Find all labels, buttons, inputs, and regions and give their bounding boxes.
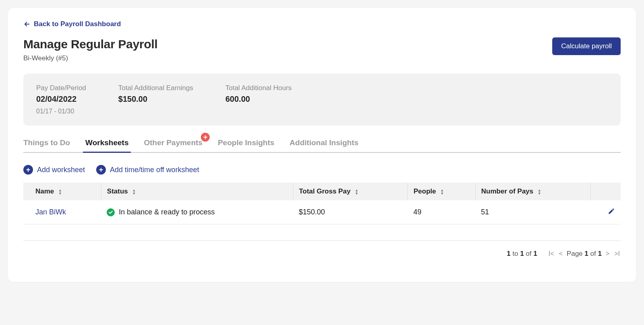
page-first-button[interactable]: I< [548,250,555,257]
add-time-worksheet-button[interactable]: + Add time/time off worksheet [96,165,199,175]
tab-additional-insights[interactable]: Additional Insights [290,135,359,152]
tab-label: Other Payments [144,138,202,147]
tab-worksheets[interactable]: Worksheets [85,135,128,152]
edit-icon[interactable] [608,208,615,216]
col-label: Total Gross Pay [299,187,351,195]
summary-hours: Total Additional Hours 600.00 [225,84,291,115]
summary-value: 02/04/2022 [36,95,86,104]
tab-things-to-do[interactable]: Things to Do [23,135,70,152]
summary-range: 01/17 - 01/30 [36,108,86,115]
table-row: Jan BiWk In balance & ready to process $… [23,200,621,224]
plus-circle-icon: + [96,165,106,175]
summary-label: Total Additional Hours [225,84,291,92]
worksheet-gross: $150.00 [293,200,408,224]
col-label: Status [107,187,128,195]
sort-icon: ▲▼ [538,189,541,195]
pg-page-word: Page [567,250,584,257]
col-gross[interactable]: Total Gross Pay ▲▼ [293,183,408,200]
pg-total: 1 [533,250,537,257]
col-label: People [413,187,436,195]
summary-pay-date: Pay Date/Period 02/04/2022 01/17 - 01/30 [36,84,86,115]
status-text: In balance & ready to process [119,208,215,216]
page-subtitle: Bi-Weekly (#5) [23,54,158,62]
plus-circle-icon: + [23,165,33,175]
page-title: Manage Regular Payroll [23,37,158,51]
pg-to-word: to [511,250,520,257]
summary-box: Pay Date/Period 02/04/2022 01/17 - 01/30… [23,74,621,125]
add-worksheet-button[interactable]: + Add worksheet [23,165,85,175]
actions-row: + Add worksheet + Add time/time off work… [23,165,621,175]
worksheet-num-pays: 51 [475,200,591,224]
tab-other-payments[interactable]: Other Payments + [144,135,202,152]
col-label: Number of Pays [481,187,533,195]
tabs: Things to Do Worksheets Other Payments +… [23,135,621,153]
check-circle-icon [107,208,115,216]
arrow-left-icon [23,21,31,28]
col-actions [591,183,621,200]
summary-value: $150.00 [118,95,193,104]
worksheet-status-cell: In balance & ready to process [101,200,293,224]
summary-earnings: Total Additional Earnings $150.00 [118,84,193,115]
worksheet-name-link[interactable]: Jan BiWk [23,200,101,224]
tab-people-insights[interactable]: People Insights [218,135,274,152]
pg-to: 1 [520,250,524,257]
footer-divider [23,241,621,241]
summary-label: Pay Date/Period [36,84,86,92]
page-last-button[interactable]: >I [613,250,621,257]
sort-icon: ▲▼ [355,189,359,195]
pg-page: 1 [584,250,588,257]
sort-icon: ▲▼ [58,189,62,195]
payroll-card: Back to Payroll Dashboard Manage Regular… [8,8,636,282]
col-people[interactable]: People ▲▼ [408,183,475,200]
pg-from: 1 [507,250,510,257]
page-next-button[interactable]: > [605,250,610,257]
pagination: 1 to 1 of 1 I< < Page 1 of 1 > >I [23,250,621,258]
add-worksheet-label: Add worksheet [37,166,85,174]
sort-icon: ▲▼ [440,189,444,195]
summary-label: Total Additional Earnings [118,84,193,92]
calculate-payroll-button[interactable]: Calculate payroll [552,37,621,55]
add-time-worksheet-label: Add time/time off worksheet [110,166,199,174]
sort-icon: ▲▼ [132,189,136,195]
plus-badge-icon: + [201,133,210,142]
summary-value: 600.00 [225,95,291,104]
back-link-label: Back to Payroll Dashboard [34,20,121,28]
pg-of-word2: of [588,250,598,257]
col-num-pays[interactable]: Number of Pays ▲▼ [475,183,591,200]
worksheet-people: 49 [408,200,475,224]
pg-of-word: of [524,250,534,257]
back-link[interactable]: Back to Payroll Dashboard [23,20,121,28]
col-status[interactable]: Status ▲▼ [101,183,293,200]
pg-pages: 1 [598,250,601,257]
header-row: Manage Regular Payroll Bi-Weekly (#5) Ca… [23,37,621,62]
worksheets-table: Name ▲▼ Status ▲▼ Total Gross Pay ▲▼ Peo… [23,183,621,224]
col-name[interactable]: Name ▲▼ [23,183,101,200]
col-label: Name [35,187,54,195]
table-header-row: Name ▲▼ Status ▲▼ Total Gross Pay ▲▼ Peo… [23,183,621,200]
page-prev-button[interactable]: < [558,250,564,257]
